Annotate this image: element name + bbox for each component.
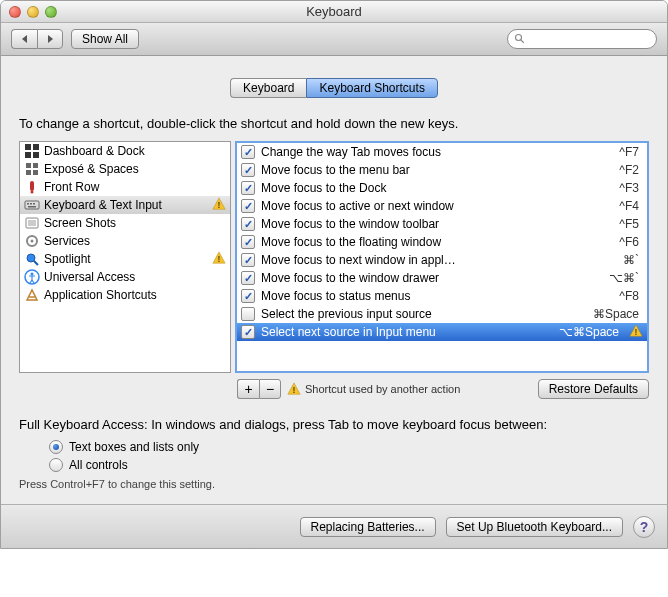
shortcut-label: Move focus to status menus	[261, 289, 613, 303]
shortcut-checkbox[interactable]	[241, 271, 255, 285]
shortcut-key[interactable]: ⌘Space	[593, 307, 643, 321]
fka-text-boxes-option[interactable]: Text boxes and lists only	[49, 438, 649, 456]
svg-rect-19	[28, 220, 36, 226]
category-label: Services	[44, 234, 90, 248]
shortcut-checkbox[interactable]	[241, 199, 255, 213]
restore-defaults-button[interactable]: Restore Defaults	[538, 379, 649, 399]
help-button[interactable]: ?	[633, 516, 655, 538]
back-button[interactable]	[11, 29, 37, 49]
svg-rect-2	[25, 144, 31, 150]
svg-text:!: !	[635, 326, 637, 336]
svg-text:!: !	[218, 199, 220, 209]
close-window-button[interactable]	[9, 6, 21, 18]
add-shortcut-button[interactable]: +	[237, 379, 259, 399]
shortcut-list[interactable]: Change the way Tab moves focus^F7Move fo…	[235, 141, 649, 373]
category-warning: !	[212, 251, 226, 268]
shortcut-row[interactable]: Move focus to the menu bar^F2	[237, 161, 647, 179]
shortcut-checkbox[interactable]	[241, 163, 255, 177]
titlebar: Keyboard	[1, 1, 667, 23]
expose-icon	[24, 161, 40, 177]
category-row[interactable]: Front Row	[20, 178, 230, 196]
svg-rect-3	[33, 144, 39, 150]
svg-rect-15	[33, 203, 35, 205]
toolbar: Show All	[1, 23, 667, 56]
shortcut-key[interactable]: ^F6	[619, 235, 643, 249]
remove-shortcut-button[interactable]: −	[259, 379, 281, 399]
svg-rect-12	[25, 201, 39, 209]
traffic-lights	[9, 6, 57, 18]
category-row[interactable]: Exposé & Spaces	[20, 160, 230, 178]
shortcut-row[interactable]: Move focus to status menus^F8	[237, 287, 647, 305]
shortcut-key[interactable]: ⌘`	[623, 253, 643, 267]
warning-icon: !	[212, 197, 226, 211]
tab-keyboard[interactable]: Keyboard	[230, 78, 306, 98]
conflict-warning: ! Shortcut used by another action	[287, 382, 460, 396]
forward-button[interactable]	[37, 29, 63, 49]
svg-text:!: !	[293, 385, 295, 395]
search-field[interactable]	[507, 29, 657, 49]
shortcut-row[interactable]: Move focus to next window in appl…⌘`	[237, 251, 647, 269]
dashboard-icon	[24, 143, 40, 159]
svg-rect-7	[33, 163, 38, 168]
shortcut-checkbox[interactable]	[241, 217, 255, 231]
category-label: Front Row	[44, 180, 99, 194]
shortcut-row[interactable]: Move focus to the floating window^F6	[237, 233, 647, 251]
category-row[interactable]: Universal Access	[20, 268, 230, 286]
spotlight-icon	[24, 251, 40, 267]
category-row[interactable]: Application Shortcuts	[20, 286, 230, 304]
svg-rect-16	[28, 206, 36, 208]
shortcut-key[interactable]: ^F8	[619, 289, 643, 303]
svg-line-1	[521, 40, 524, 43]
fka-all-controls-option[interactable]: All controls	[49, 456, 649, 474]
category-label: Spotlight	[44, 252, 91, 266]
full-keyboard-access-label: Full Keyboard Access: In windows and dia…	[19, 417, 649, 432]
shortcut-key[interactable]: ^F5	[619, 217, 643, 231]
shortcut-row[interactable]: Change the way Tab moves focus^F7	[237, 143, 647, 161]
shortcut-row[interactable]: Select next source in Input menu⌥⌘Space!	[237, 323, 647, 341]
tab-keyboard-shortcuts[interactable]: Keyboard Shortcuts	[306, 78, 437, 98]
list-controls: + − ! Shortcut used by another action Re…	[19, 379, 649, 399]
fka-text-boxes-label: Text boxes and lists only	[69, 440, 199, 454]
shortcut-checkbox[interactable]	[241, 181, 255, 195]
category-warning: !	[212, 197, 226, 214]
warning-icon: !	[629, 324, 643, 338]
shortcut-label: Change the way Tab moves focus	[261, 145, 613, 159]
category-row[interactable]: Spotlight!	[20, 250, 230, 268]
svg-point-0	[516, 35, 522, 41]
shortcut-key[interactable]: ^F2	[619, 163, 643, 177]
replacing-batteries-button[interactable]: Replacing Batteries...	[300, 517, 436, 537]
conflict-warning-text: Shortcut used by another action	[305, 383, 460, 395]
shortcut-row[interactable]: Move focus to the window drawer⌥⌘`	[237, 269, 647, 287]
shortcut-checkbox[interactable]	[241, 307, 255, 321]
svg-point-11	[31, 191, 34, 194]
shortcut-row[interactable]: Move focus to the window toolbar^F5	[237, 215, 647, 233]
shortcut-checkbox[interactable]	[241, 289, 255, 303]
preferences-window: Keyboard Show All Keyboard Keyboard Shor…	[0, 0, 668, 549]
shortcut-key[interactable]: ^F3	[619, 181, 643, 195]
shortcut-key[interactable]: ⌥⌘Space	[559, 325, 623, 339]
shortcut-row[interactable]: Move focus to active or next window^F4	[237, 197, 647, 215]
minimize-window-button[interactable]	[27, 6, 39, 18]
shortcut-key[interactable]: ⌥⌘`	[609, 271, 643, 285]
category-row[interactable]: Keyboard & Text Input!	[20, 196, 230, 214]
warning-icon: !	[287, 382, 301, 396]
shortcut-label: Move focus to the window toolbar	[261, 217, 613, 231]
zoom-window-button[interactable]	[45, 6, 57, 18]
shortcut-row[interactable]: Select the previous input source⌘Space	[237, 305, 647, 323]
category-row[interactable]: Screen Shots	[20, 214, 230, 232]
shortcut-row[interactable]: Move focus to the Dock^F3	[237, 179, 647, 197]
show-all-button[interactable]: Show All	[71, 29, 139, 49]
shortcut-key[interactable]: ^F7	[619, 145, 643, 159]
shortcut-checkbox[interactable]	[241, 145, 255, 159]
footer: Replacing Batteries... Set Up Bluetooth …	[1, 504, 667, 548]
category-row[interactable]: Dashboard & Dock	[20, 142, 230, 160]
svg-text:!: !	[218, 253, 220, 263]
category-row[interactable]: Services	[20, 232, 230, 250]
category-label: Universal Access	[44, 270, 135, 284]
shortcut-checkbox[interactable]	[241, 253, 255, 267]
category-list[interactable]: Dashboard & DockExposé & SpacesFront Row…	[19, 141, 231, 373]
shortcut-key[interactable]: ^F4	[619, 199, 643, 213]
shortcut-checkbox[interactable]	[241, 235, 255, 249]
shortcut-checkbox[interactable]	[241, 325, 255, 339]
setup-bluetooth-button[interactable]: Set Up Bluetooth Keyboard...	[446, 517, 623, 537]
